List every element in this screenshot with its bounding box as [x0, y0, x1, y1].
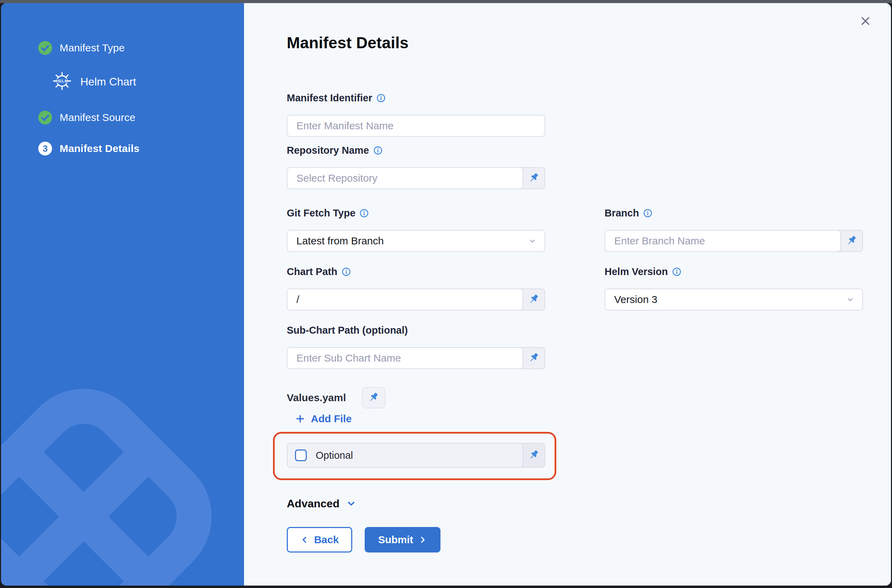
step-label: Manifest Details — [60, 143, 139, 154]
chart-path-label: Chart Path — [287, 266, 337, 278]
pin-toggle-button[interactable] — [523, 348, 544, 369]
chevron-left-icon — [300, 535, 309, 544]
pin-icon — [846, 235, 858, 247]
manifest-identifier-group: Manifest Identifier — [287, 92, 545, 137]
pin-icon — [528, 172, 540, 184]
pin-icon — [528, 293, 540, 306]
close-icon — [859, 15, 872, 28]
submit-button[interactable]: Submit — [365, 527, 441, 552]
close-button[interactable] — [858, 14, 873, 28]
step-number-badge: 3 — [38, 142, 52, 156]
harness-logo-watermark — [1, 382, 218, 586]
optional-highlight-outline: Optional — [273, 432, 556, 480]
selected-type-label: Helm Chart — [80, 75, 136, 88]
manifest-identifier-label: Manifest Identifier — [287, 92, 372, 104]
branch-group: Branch — [604, 207, 863, 252]
selected-manifest-type-helm-chart: HELM Helm Chart — [52, 70, 244, 93]
manifest-details-panel: Manifest Details Manifest Identifier Rep… — [244, 3, 891, 586]
sub-chart-path-group: Sub-Chart Path (optional) — [287, 324, 545, 369]
sub-chart-path-input[interactable] — [288, 348, 523, 369]
info-icon[interactable] — [360, 208, 369, 218]
step-manifest-details[interactable]: 3 Manifest Details — [38, 138, 244, 159]
helm-version-label: Helm Version — [604, 266, 668, 278]
git-fetch-type-label: Git Fetch Type — [287, 207, 355, 219]
values-yaml-label: Values.yaml — [287, 387, 346, 408]
submit-button-label: Submit — [378, 534, 413, 546]
chevron-down-icon — [846, 295, 855, 304]
info-icon[interactable] — [376, 93, 386, 103]
step-manifest-source[interactable]: Manifest Source — [38, 107, 244, 128]
step-label: Manifest Type — [60, 42, 125, 54]
repository-name-group: Repository Name — [287, 144, 545, 189]
wizard-steps-sidebar: Manifest Type HELM — [1, 3, 244, 586]
branch-label: Branch — [604, 207, 639, 219]
branch-input[interactable] — [605, 231, 840, 251]
manifest-wizard-dialog: Manifest Type HELM — [1, 3, 891, 586]
pin-icon — [528, 352, 540, 364]
chevron-right-icon — [418, 535, 427, 544]
git-fetch-type-value: Latest from Branch — [297, 235, 384, 247]
step-label: Manifest Source — [60, 112, 135, 123]
add-file-label: Add File — [311, 413, 352, 424]
sub-chart-path-label: Sub-Chart Path (optional) — [287, 325, 408, 336]
chart-path-group: Chart Path — [287, 266, 545, 310]
git-fetch-type-group: Git Fetch Type Latest from Branch — [287, 207, 545, 252]
git-fetch-type-select[interactable]: Latest from Branch — [287, 230, 545, 252]
optional-checkbox-field: Optional — [287, 443, 545, 468]
helm-icon: HELM — [52, 71, 72, 92]
repository-name-label: Repository Name — [287, 145, 369, 156]
values-yaml-row: Values.yaml — [287, 387, 545, 408]
pin-icon — [528, 449, 540, 462]
wizard-step-list: Manifest Type HELM — [1, 3, 244, 159]
window-top-edge — [0, 0, 892, 3]
pin-toggle-button[interactable] — [841, 231, 862, 251]
pin-icon — [367, 392, 380, 404]
step-complete-icon — [38, 111, 52, 124]
chevron-down-icon — [346, 498, 357, 509]
chevron-down-icon — [528, 237, 537, 245]
step-complete-icon — [38, 41, 52, 55]
helm-version-group: Helm Version Version 3 — [604, 266, 863, 310]
advanced-toggle[interactable]: Advanced — [287, 496, 545, 510]
chart-path-input[interactable] — [288, 289, 523, 310]
info-icon[interactable] — [643, 208, 652, 218]
pin-toggle-button[interactable] — [523, 168, 544, 189]
advanced-label: Advanced — [287, 497, 339, 510]
info-icon[interactable] — [373, 146, 382, 155]
info-icon[interactable] — [342, 267, 351, 276]
pin-toggle-button[interactable] — [362, 387, 385, 408]
optional-checkbox[interactable] — [295, 450, 307, 461]
pin-toggle-button[interactable] — [523, 289, 544, 310]
helm-icon-text: HELM — [56, 79, 68, 83]
back-button-label: Back — [314, 534, 339, 546]
repository-name-input[interactable] — [288, 168, 523, 189]
plus-icon — [295, 414, 305, 424]
helm-version-select[interactable]: Version 3 — [604, 288, 863, 310]
optional-checkbox-label: Optional — [316, 450, 353, 461]
info-icon[interactable] — [672, 267, 681, 276]
step-manifest-type[interactable]: Manifest Type — [38, 38, 244, 58]
pin-toggle-button[interactable] — [523, 444, 544, 467]
dialog-actions: Back Submit — [287, 527, 545, 552]
manifest-identifier-input[interactable] — [288, 116, 544, 136]
add-file-button[interactable]: Add File — [295, 412, 553, 426]
helm-version-value: Version 3 — [614, 294, 657, 305]
page-title: Manifest Details — [287, 33, 408, 52]
back-button[interactable]: Back — [287, 527, 352, 552]
